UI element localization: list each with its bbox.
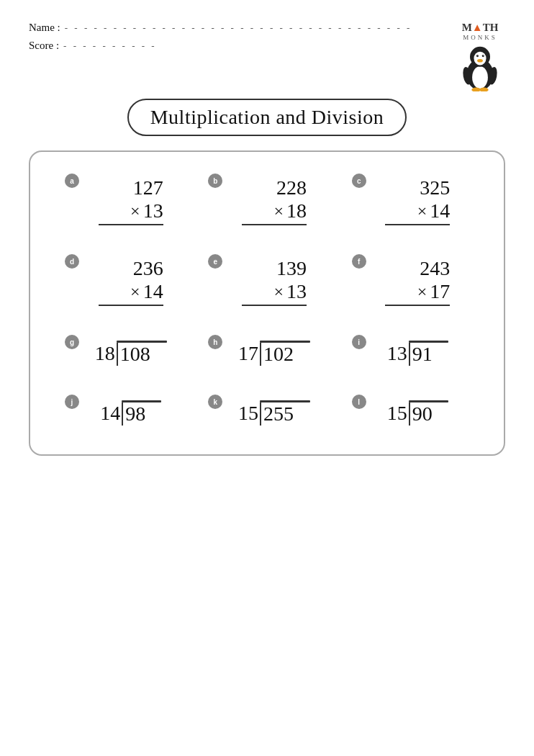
times-sign-a: × — [130, 202, 140, 221]
score-label: Score : — [29, 40, 59, 52]
badge-l: l — [352, 395, 366, 409]
svg-point-3 — [474, 52, 486, 66]
times-sign-c: × — [417, 202, 427, 221]
mult-top-a: 127 — [133, 176, 163, 199]
name-score-area: Name : - - - - - - - - - - - - - - - - -… — [29, 22, 412, 52]
problem-h: h 17 102 — [195, 335, 338, 366]
bracket-g: 108 — [117, 341, 167, 366]
bracket-i: 91 — [409, 341, 448, 366]
logo-m-text: M — [462, 22, 472, 34]
mult-top-d: 236 — [133, 257, 163, 280]
svg-point-6 — [476, 55, 479, 57]
svg-point-10 — [477, 59, 483, 63]
problem-e: e 139 × 13 — [195, 254, 338, 306]
worksheet-title: Multiplication and Division — [127, 99, 407, 136]
bracket-h: 102 — [260, 341, 310, 366]
mult-line-b — [242, 224, 307, 225]
mult-problem-c: 325 × 14 — [385, 176, 450, 225]
times-sign-f: × — [417, 282, 427, 302]
bracket-j: 98 — [122, 400, 161, 426]
times-sign-e: × — [273, 282, 284, 302]
header: Name : - - - - - - - - - - - - - - - - -… — [29, 22, 505, 91]
badge-k: k — [208, 395, 222, 409]
badge-g: g — [65, 335, 79, 349]
badge-e: e — [208, 254, 222, 269]
logo-monks-text: MONKS — [463, 34, 497, 41]
math-monks-logo: M ▲ TH MONKS — [462, 22, 499, 41]
dividend-g: 108 — [117, 343, 167, 366]
dividend-j: 98 — [122, 402, 161, 426]
dividend-l: 90 — [409, 402, 448, 426]
problem-k: k 15 255 — [195, 395, 338, 426]
mult-problem-d: 236 × 14 — [99, 257, 163, 306]
bracket-l: 90 — [409, 400, 448, 426]
badge-d: d — [65, 254, 79, 269]
svg-point-9 — [483, 55, 484, 56]
mult-top-e: 139 — [276, 257, 307, 280]
dividend-k: 255 — [260, 402, 310, 426]
worksheet-area: a 127 × 13 b 228 × 18 c — [29, 150, 505, 456]
times-sign-d: × — [130, 282, 140, 302]
badge-f: f — [352, 254, 366, 269]
mult-bottom-a: 13 — [143, 199, 163, 222]
problem-g: g 18 108 — [52, 335, 195, 366]
badge-h: h — [208, 335, 222, 349]
badge-c: c — [352, 174, 366, 188]
badge-a: a — [65, 174, 79, 188]
badge-i: i — [352, 335, 366, 349]
problem-l: l 15 90 — [339, 395, 482, 426]
score-dashes: - - - - - - - - - - — [63, 40, 157, 52]
divisor-l: 15 — [387, 402, 407, 425]
mult-line-f — [385, 305, 450, 306]
mult-problem-e: 139 × 13 — [242, 257, 307, 306]
mult-problem-a: 127 × 13 — [99, 176, 163, 225]
penguin-icon — [455, 41, 505, 91]
mult-line-e — [242, 305, 307, 306]
name-field: Name : - - - - - - - - - - - - - - - - -… — [29, 22, 412, 34]
name-label: Name : — [29, 22, 60, 34]
mult-bottom-d: 14 — [143, 280, 163, 303]
problem-a: a 127 × 13 — [52, 174, 195, 225]
mult-top-c: 325 — [420, 176, 450, 199]
mult-line-d — [99, 305, 163, 306]
logo-a-triangle: ▲ — [472, 22, 483, 34]
mult-problem-b: 228 × 18 — [242, 176, 307, 225]
problem-j: j 14 98 — [52, 395, 195, 426]
logo-th-text: TH — [483, 22, 499, 34]
times-sign-b: × — [273, 202, 284, 221]
mult-line-c — [385, 224, 450, 225]
mult-bottom-f: 17 — [430, 280, 450, 303]
problem-i: i 13 91 — [339, 335, 482, 366]
mult-problem-f: 243 × 17 — [385, 257, 450, 306]
problem-f: f 243 × 17 — [339, 254, 482, 306]
score-field: Score : - - - - - - - - - - — [29, 40, 412, 52]
problem-d: d 236 × 14 — [52, 254, 195, 306]
title-area: Multiplication and Division — [29, 99, 505, 136]
mult-top-b: 228 — [276, 176, 307, 199]
mult-bottom-c: 14 — [430, 199, 450, 222]
divisor-j: 14 — [100, 402, 120, 425]
problems-grid: a 127 × 13 b 228 × 18 c — [52, 174, 482, 426]
badge-j: j — [65, 395, 79, 409]
mult-bottom-e: 13 — [286, 280, 307, 303]
name-dashes: - - - - - - - - - - - - - - - - - - - - … — [65, 22, 412, 34]
svg-point-7 — [482, 55, 484, 57]
brand-logo: M ▲ TH MONKS — [455, 22, 505, 91]
divisor-h: 17 — [238, 342, 258, 365]
divisor-g: 18 — [95, 342, 115, 365]
dividend-i: 91 — [409, 343, 448, 366]
dividend-h: 102 — [260, 343, 310, 366]
mult-bottom-b: 18 — [286, 199, 307, 222]
mult-top-f: 243 — [420, 257, 450, 280]
svg-point-1 — [472, 66, 488, 89]
problem-b: b 228 × 18 — [195, 174, 338, 225]
divisor-i: 13 — [387, 342, 407, 365]
divisor-k: 15 — [238, 402, 258, 425]
badge-b: b — [208, 174, 222, 188]
problem-c: c 325 × 14 — [339, 174, 482, 225]
svg-point-8 — [478, 55, 479, 56]
bracket-k: 255 — [260, 400, 310, 426]
mult-line-a — [99, 224, 163, 225]
